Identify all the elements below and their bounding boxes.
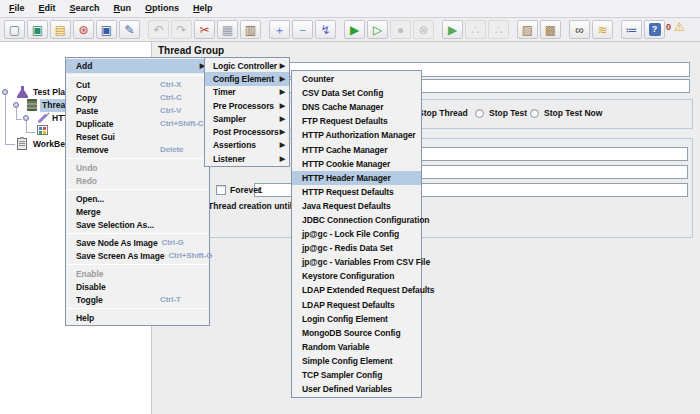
error-count: 0 bbox=[666, 22, 671, 32]
templates-button[interactable]: ▣ bbox=[27, 20, 48, 39]
menu-item-label: Save Node As Image bbox=[76, 238, 158, 248]
add-submenu-item-pre-processors[interactable]: Pre Processors▶ bbox=[205, 99, 289, 112]
context-menu-item-duplicate[interactable]: DuplicateCtrl+Shift-C bbox=[66, 117, 209, 130]
config-submenu-item-ldap-extended-request-defaults[interactable]: LDAP Extended Request Defaults bbox=[292, 283, 421, 297]
add-submenu-item-post-processors[interactable]: Post Processors▶ bbox=[205, 125, 289, 138]
shutdown-button[interactable]: ⊗ bbox=[413, 20, 434, 39]
start-no-pauses-icon: ▷ bbox=[373, 24, 382, 36]
context-menu-item-enable[interactable]: Enable bbox=[66, 267, 209, 280]
config-submenu-item-ftp-request-defaults[interactable]: FTP Request Defaults bbox=[292, 114, 421, 128]
add-submenu-item-timer[interactable]: Timer▶ bbox=[205, 86, 289, 99]
config-submenu-item-csv-data-set-config[interactable]: CSV Data Set Config bbox=[292, 86, 421, 100]
radio-stop-test-now[interactable] bbox=[530, 109, 539, 118]
menu-help[interactable]: Help bbox=[186, 0, 220, 17]
config-submenu-item-http-cookie-manager[interactable]: HTTP Cookie Manager bbox=[292, 157, 421, 171]
copy-button[interactable]: ▦ bbox=[217, 20, 238, 39]
config-submenu-item-http-authorization-manager[interactable]: HTTP Authorization Manager bbox=[292, 128, 421, 142]
error-log-counter[interactable]: 0 ⚠ bbox=[666, 21, 685, 33]
config-submenu-item-simple-config-element[interactable]: Simple Config Element bbox=[292, 354, 421, 368]
http-request-icon bbox=[37, 112, 49, 124]
search-reset-button[interactable]: ≋ bbox=[592, 20, 613, 39]
config-submenu-item-java-request-defaults[interactable]: Java Request Defaults bbox=[292, 199, 421, 213]
menu-item-label: CSV Data Set Config bbox=[302, 88, 383, 98]
add-submenu-item-config-element[interactable]: Config Element▶ bbox=[205, 72, 289, 85]
context-menu-item-help[interactable]: Help bbox=[66, 311, 209, 324]
remote-shutdown-all-button[interactable]: ∴ bbox=[488, 20, 509, 39]
tree-expand-handle[interactable] bbox=[13, 102, 19, 108]
tree-expand-handle[interactable] bbox=[2, 89, 8, 95]
menu-item-label: Merge bbox=[76, 207, 101, 217]
clear-all-button[interactable]: ▩ bbox=[540, 20, 561, 39]
context-menu-item-redo[interactable]: Redo bbox=[66, 174, 209, 187]
undo-button[interactable]: ↶ bbox=[148, 20, 169, 39]
stop-button[interactable]: ● bbox=[390, 20, 411, 39]
menu-item-label: TCP Sampler Config bbox=[302, 370, 382, 380]
help-button[interactable]: ? bbox=[644, 20, 665, 39]
config-submenu-item-login-config-element[interactable]: Login Config Element bbox=[292, 312, 421, 326]
context-menu-item-save-screen-as-image[interactable]: Save Screen As ImageCtrl+Shift-G bbox=[66, 249, 209, 262]
config-submenu-item-jp-gc-lock-file-config[interactable]: jp@gc - Lock File Config bbox=[292, 227, 421, 241]
config-submenu-item-keystore-configuration[interactable]: Keystore Configuration bbox=[292, 269, 421, 283]
context-menu-item-save-selection-as[interactable]: Save Selection As... bbox=[66, 218, 209, 231]
collapse-all-button[interactable]: － bbox=[292, 20, 313, 39]
forever-checkbox[interactable] bbox=[216, 185, 226, 195]
function-helper-button[interactable]: ≔ bbox=[621, 20, 642, 39]
context-menu-item-undo[interactable]: Undo bbox=[66, 161, 209, 174]
context-menu-item-save-node-as-image[interactable]: Save Node As ImageCtrl-G bbox=[66, 236, 209, 249]
menu-run[interactable]: Run bbox=[107, 0, 139, 17]
menu-options[interactable]: Options bbox=[138, 0, 186, 17]
paste-button[interactable]: ▥ bbox=[240, 20, 261, 39]
menu-search[interactable]: Search bbox=[63, 0, 107, 17]
remote-stop-button[interactable]: ∴ bbox=[465, 20, 486, 39]
start-no-pauses-button[interactable]: ▷ bbox=[367, 20, 388, 39]
context-menu-item-merge[interactable]: Merge bbox=[66, 205, 209, 218]
config-submenu-item-random-variable[interactable]: Random Variable bbox=[292, 340, 421, 354]
save-as-icon: ✎ bbox=[124, 24, 134, 36]
expand-all-button[interactable]: ＋ bbox=[269, 20, 290, 39]
context-menu-item-toggle[interactable]: ToggleCtrl-T bbox=[66, 293, 209, 306]
config-submenu-item-http-header-manager[interactable]: HTTP Header Manager bbox=[292, 171, 421, 185]
add-submenu-item-assertions[interactable]: Assertions▶ bbox=[205, 139, 289, 152]
menu-edit[interactable]: Edit bbox=[32, 0, 63, 17]
menu-item-label: Duplicate bbox=[76, 119, 113, 129]
toggle-button[interactable]: ↯ bbox=[315, 20, 336, 39]
save-button[interactable]: ▣ bbox=[96, 20, 117, 39]
context-menu-item-paste[interactable]: PasteCtrl-V bbox=[66, 104, 209, 117]
context-menu-item-cut[interactable]: CutCtrl-X bbox=[66, 78, 209, 91]
context-menu-item-remove[interactable]: RemoveDelete bbox=[66, 143, 209, 156]
menu-item-label: Java Request Defaults bbox=[302, 201, 391, 211]
context-menu-item-add[interactable]: Add▶ bbox=[66, 59, 209, 73]
config-submenu-item-counter[interactable]: Counter bbox=[292, 72, 421, 86]
config-submenu-item-tcp-sampler-config[interactable]: TCP Sampler Config bbox=[292, 368, 421, 382]
start-button[interactable]: ▶ bbox=[344, 20, 365, 39]
open-file-button[interactable]: ▤ bbox=[50, 20, 71, 39]
config-submenu-item-jdbc-connection-configuration[interactable]: JDBC Connection Configuration bbox=[292, 213, 421, 227]
config-submenu-item-http-request-defaults[interactable]: HTTP Request Defaults bbox=[292, 185, 421, 199]
redo-button[interactable]: ↷ bbox=[171, 20, 192, 39]
add-submenu-item-sampler[interactable]: Sampler▶ bbox=[205, 112, 289, 125]
add-submenu-item-logic-controller[interactable]: Logic Controller▶ bbox=[205, 59, 289, 72]
config-submenu-item-jp-gc-variables-from-csv-file[interactable]: jp@gc - Variables From CSV File bbox=[292, 255, 421, 269]
config-submenu-item-http-cache-manager[interactable]: HTTP Cache Manager bbox=[292, 142, 421, 156]
config-submenu-item-jp-gc-redis-data-set[interactable]: jp@gc - Redis Data Set bbox=[292, 241, 421, 255]
cut-button[interactable]: ✂ bbox=[194, 20, 215, 39]
save-as-button[interactable]: ✎ bbox=[119, 20, 140, 39]
context-menu-item-disable[interactable]: Disable bbox=[66, 280, 209, 293]
radio-stop-test[interactable] bbox=[475, 109, 484, 118]
menu-file[interactable]: File bbox=[2, 0, 32, 17]
context-menu-item-copy[interactable]: CopyCtrl-C bbox=[66, 91, 209, 104]
config-submenu-item-mongodb-source-config[interactable]: MongoDB Source Config bbox=[292, 326, 421, 340]
search-button[interactable]: ∞ bbox=[569, 20, 590, 39]
add-submenu-item-listener[interactable]: Listener▶ bbox=[205, 152, 289, 165]
close-plan-button[interactable]: ⊛ bbox=[73, 20, 94, 39]
config-submenu-item-ldap-request-defaults[interactable]: LDAP Request Defaults bbox=[292, 298, 421, 312]
new-file-button[interactable]: ▢ bbox=[4, 20, 25, 39]
context-menu-item-open[interactable]: Open... bbox=[66, 192, 209, 205]
config-submenu-item-dns-cache-manager[interactable]: DNS Cache Manager bbox=[292, 100, 421, 114]
remote-start-button[interactable]: ▶ bbox=[442, 20, 463, 39]
collapse-all-icon: － bbox=[297, 24, 309, 36]
tree-expand-handle[interactable] bbox=[23, 115, 29, 121]
context-menu-item-reset-gui[interactable]: Reset Gui bbox=[66, 130, 209, 143]
clear-button[interactable]: ▨ bbox=[517, 20, 538, 39]
config-submenu-item-user-defined-variables[interactable]: User Defined Variables bbox=[292, 382, 421, 396]
